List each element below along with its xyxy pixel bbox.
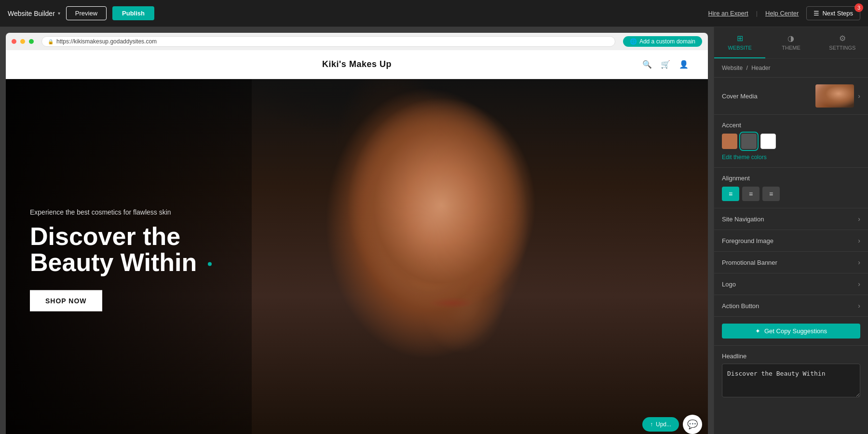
right-panel: ⊞ WEBSITE ◑ THEME ⚙ SETTINGS Website / H… bbox=[714, 27, 868, 434]
action-button-label: Action Button bbox=[722, 302, 759, 310]
settings-tab-icon: ⚙ bbox=[839, 34, 846, 43]
alignment-label: Alignment bbox=[722, 175, 860, 182]
edit-theme-link[interactable]: Edit theme colors bbox=[722, 154, 860, 161]
headline-textarea[interactable] bbox=[722, 364, 860, 397]
hero-content: Experience the best cosmetics for flawle… bbox=[30, 208, 212, 312]
lock-icon: 🔒 bbox=[48, 39, 54, 44]
site-header: Kiki's Makes Up 🔍 🛒 👤 bbox=[6, 50, 708, 79]
nav-item-action-button[interactable]: Action Button › bbox=[714, 295, 868, 317]
search-icon[interactable]: 🔍 bbox=[642, 60, 652, 69]
cover-media-row[interactable]: Cover Media › bbox=[722, 84, 860, 108]
nav-item-logo[interactable]: Logo › bbox=[714, 273, 868, 295]
hero-section: Experience the best cosmetics for flawle… bbox=[6, 79, 708, 434]
hero-title-text: Discover theBeauty Within bbox=[30, 222, 197, 276]
browser-dot-yellow[interactable] bbox=[20, 39, 25, 44]
cover-media-chevron-icon: › bbox=[858, 92, 860, 100]
website-tab-label: WEBSITE bbox=[728, 45, 752, 51]
add-domain-button[interactable]: 🌐 Add a custom domain bbox=[623, 36, 702, 47]
tab-theme[interactable]: ◑ THEME bbox=[765, 27, 816, 58]
brand-label[interactable]: Website Builder ▾ bbox=[8, 10, 60, 17]
website-preview: Kiki's Makes Up 🔍 🛒 👤 Experience the bes… bbox=[6, 50, 708, 434]
next-steps-label: Next Steps bbox=[822, 10, 853, 17]
brand-chevron-icon: ▾ bbox=[58, 11, 60, 16]
cover-media-thumbnail bbox=[815, 84, 854, 108]
breadcrumb-root: Website bbox=[722, 65, 743, 71]
hero-face-image bbox=[289, 79, 627, 434]
bottom-bar: ↑ Upd... 💬 bbox=[642, 415, 702, 434]
panel-content: Website / Header Cover Media › bbox=[714, 59, 868, 434]
update-button[interactable]: ↑ Upd... bbox=[642, 417, 679, 432]
update-icon: ↑ bbox=[650, 421, 653, 428]
globe-icon: 🌐 bbox=[630, 38, 637, 45]
align-left-button[interactable]: ≡ bbox=[722, 187, 739, 201]
add-domain-label: Add a custom domain bbox=[639, 38, 695, 45]
alignment-section: Alignment ≡ ≡ ≡ bbox=[714, 168, 868, 208]
align-right-icon: ≡ bbox=[769, 190, 773, 198]
browser-chrome: 🔒 https://kikismakesup.godaddysites.com … bbox=[6, 33, 708, 50]
chat-button[interactable]: 💬 bbox=[683, 415, 702, 434]
cover-media-label: Cover Media bbox=[722, 93, 758, 100]
tab-settings[interactable]: ⚙ SETTINGS bbox=[817, 27, 868, 58]
accent-swatch-brown[interactable] bbox=[722, 134, 737, 149]
browser-dot-red[interactable] bbox=[12, 39, 16, 44]
top-toolbar: Website Builder ▾ Preview Publish Hire a… bbox=[0, 0, 868, 27]
foreground-image-chevron-icon: › bbox=[858, 237, 860, 244]
browser-url-text: https://kikismakesup.godaddysites.com bbox=[56, 38, 157, 45]
copy-suggestions-label: Get Copy Suggestions bbox=[764, 327, 827, 335]
next-steps-button[interactable]: ☰ Next Steps 3 bbox=[806, 6, 860, 20]
help-center-link[interactable]: Help Center bbox=[765, 10, 799, 17]
foreground-image-label: Foreground Image bbox=[722, 237, 773, 244]
breadcrumb: Website / Header bbox=[714, 59, 868, 78]
browser-url-bar[interactable]: 🔒 https://kikismakesup.godaddysites.com bbox=[41, 36, 615, 47]
accent-swatch-gray[interactable] bbox=[741, 134, 757, 149]
cover-media-section: Cover Media › bbox=[714, 78, 868, 115]
accent-section: Accent Edit theme colors bbox=[714, 115, 868, 168]
hire-expert-link[interactable]: Hire an Expert bbox=[708, 10, 748, 17]
hero-title: Discover theBeauty Within bbox=[30, 223, 212, 275]
update-label: Upd... bbox=[656, 421, 671, 428]
site-logo: Kiki's Makes Up bbox=[322, 59, 392, 69]
breadcrumb-separator: / bbox=[746, 65, 747, 71]
accent-label: Accent bbox=[722, 122, 860, 129]
align-center-icon: ≡ bbox=[749, 190, 753, 198]
cover-media-thumb-overlay bbox=[815, 84, 854, 108]
alignment-buttons: ≡ ≡ ≡ bbox=[722, 187, 860, 201]
accent-swatches bbox=[722, 134, 860, 149]
tab-website[interactable]: ⊞ WEBSITE bbox=[714, 27, 765, 58]
settings-tab-label: SETTINGS bbox=[829, 45, 855, 51]
align-center-button[interactable]: ≡ bbox=[742, 187, 760, 201]
publish-button[interactable]: Publish bbox=[112, 6, 154, 20]
breadcrumb-current: Header bbox=[751, 65, 770, 71]
logo-label: Logo bbox=[722, 281, 736, 288]
action-button-chevron-icon: › bbox=[858, 302, 860, 310]
nav-item-promotional-banner[interactable]: Promotional Banner › bbox=[714, 252, 868, 273]
user-icon[interactable]: 👤 bbox=[679, 60, 689, 69]
copy-suggestions-button[interactable]: ✦ Get Copy Suggestions bbox=[722, 324, 860, 339]
browser-dot-green[interactable] bbox=[29, 39, 34, 44]
hero-subtitle: Experience the best cosmetics for flawle… bbox=[30, 208, 212, 217]
nav-item-site-navigation[interactable]: Site Navigation › bbox=[714, 208, 868, 230]
copy-suggestions-section: ✦ Get Copy Suggestions bbox=[714, 317, 868, 346]
theme-tab-icon: ◑ bbox=[787, 34, 794, 43]
align-right-button[interactable]: ≡ bbox=[762, 187, 780, 201]
promotional-banner-label: Promotional Banner bbox=[722, 259, 777, 266]
site-nav-icons: 🔍 🛒 👤 bbox=[642, 60, 689, 69]
hero-dot-indicator bbox=[208, 262, 212, 266]
accent-swatch-white[interactable] bbox=[760, 134, 776, 149]
toolbar-right: Hire an Expert | Help Center ☰ Next Step… bbox=[708, 6, 860, 20]
nav-item-foreground-image[interactable]: Foreground Image › bbox=[714, 230, 868, 252]
canvas-area: 🔒 https://kikismakesup.godaddysites.com … bbox=[0, 27, 714, 434]
site-navigation-chevron-icon: › bbox=[858, 215, 860, 223]
preview-button[interactable]: Preview bbox=[66, 6, 107, 20]
promotional-banner-chevron-icon: › bbox=[858, 258, 860, 266]
copy-suggestions-icon: ✦ bbox=[755, 327, 760, 335]
cart-icon[interactable]: 🛒 bbox=[661, 60, 670, 69]
website-tab-icon: ⊞ bbox=[737, 34, 743, 43]
align-left-icon: ≡ bbox=[729, 190, 732, 198]
headline-section: Headline bbox=[714, 346, 868, 406]
hero-cta-button[interactable]: SHOP NOW bbox=[30, 290, 102, 311]
next-steps-icon: ☰ bbox=[814, 10, 819, 17]
site-navigation-label: Site Navigation bbox=[722, 216, 764, 223]
theme-tab-label: THEME bbox=[782, 45, 800, 51]
main-content: 🔒 https://kikismakesup.godaddysites.com … bbox=[0, 27, 868, 434]
